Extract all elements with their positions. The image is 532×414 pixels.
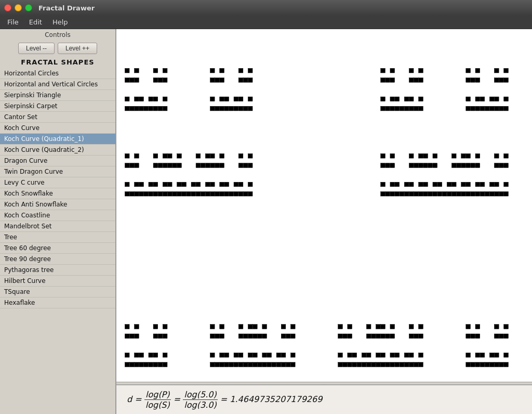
svg-rect-549 xyxy=(504,363,509,367)
svg-rect-249 xyxy=(504,191,509,196)
svg-rect-47 xyxy=(238,106,243,111)
svg-rect-72 xyxy=(153,191,158,196)
controls-label: Controls xyxy=(0,29,115,41)
shape-item-tree-60-degree[interactable]: Tree 60 degree xyxy=(0,243,115,254)
svg-rect-240 xyxy=(480,182,485,187)
svg-rect-197 xyxy=(409,191,414,196)
shape-item-koch-curve-(quadratic_2)[interactable]: Koch Curve (Quadratic_2) xyxy=(0,145,115,156)
close-button[interactable] xyxy=(4,4,11,11)
svg-rect-102 xyxy=(210,163,215,168)
shape-item-tree-90-degree[interactable]: Tree 90 degree xyxy=(0,254,115,265)
svg-rect-269 xyxy=(149,363,153,367)
svg-rect-161 xyxy=(475,97,480,101)
shape-item-koch-snowflake[interactable]: Koch Snowflake xyxy=(0,188,115,199)
svg-rect-229 xyxy=(475,163,480,168)
svg-rect-109 xyxy=(248,163,252,168)
minimize-button[interactable] xyxy=(15,4,22,11)
shape-item-horizontal-and-vertical-circles[interactable]: Horizontal and Vertical Circles xyxy=(0,79,115,90)
svg-rect-56 xyxy=(163,154,167,159)
shape-item-twin-dragon-curve[interactable]: Twin Dragon Curve xyxy=(0,166,115,177)
shape-item-pythagoras-tree[interactable]: Pythagoras tree xyxy=(0,265,115,276)
shape-list[interactable]: Horizontal CirclesHorizontal and Vertica… xyxy=(0,68,115,414)
level-plus-button[interactable]: Level ++ xyxy=(58,43,97,54)
shape-item-koch-curve[interactable]: Koch Curve xyxy=(0,123,115,134)
svg-rect-207 xyxy=(451,163,456,168)
svg-rect-160 xyxy=(466,97,471,101)
svg-rect-139 xyxy=(390,106,395,111)
svg-rect-174 xyxy=(504,106,509,111)
svg-rect-0 xyxy=(125,68,129,73)
svg-rect-196 xyxy=(419,182,423,187)
svg-rect-69 xyxy=(149,191,153,196)
svg-rect-292 xyxy=(224,363,229,367)
svg-rect-13 xyxy=(130,106,135,111)
svg-rect-544 xyxy=(489,363,494,367)
canvas-area: ... d = log(P) log(S) = log(5.0) log(3.0… xyxy=(116,29,532,414)
svg-rect-543 xyxy=(485,363,489,367)
svg-rect-401 xyxy=(348,325,352,329)
svg-rect-34 xyxy=(248,78,252,83)
shape-item-tsquare[interactable]: TSquare xyxy=(0,287,115,297)
svg-rect-279 xyxy=(220,334,224,339)
shape-item-sierpinski-triangle[interactable]: Sierpinski Triangle xyxy=(0,90,115,101)
svg-rect-415 xyxy=(352,353,357,357)
svg-rect-130 xyxy=(409,68,414,73)
menu-help[interactable]: Help xyxy=(47,17,73,27)
svg-rect-509 xyxy=(419,334,423,339)
svg-rect-540 xyxy=(480,353,485,357)
svg-rect-148 xyxy=(414,106,419,111)
fractal-display xyxy=(116,29,532,382)
svg-rect-205 xyxy=(451,154,456,159)
menu-edit[interactable]: Edit xyxy=(24,17,47,27)
svg-rect-179 xyxy=(390,163,395,168)
svg-rect-255 xyxy=(153,325,158,329)
shape-item-koch-anti-snowflake[interactable]: Koch Anti Snowflake xyxy=(0,199,115,210)
shape-item-tree[interactable]: Tree xyxy=(0,232,115,243)
shape-item-sierpinski-carpet[interactable]: Sierpinski Carpet xyxy=(0,101,115,112)
svg-rect-88 xyxy=(172,191,177,196)
svg-rect-142 xyxy=(395,106,400,111)
svg-rect-84 xyxy=(205,163,210,168)
svg-rect-85 xyxy=(167,182,172,187)
svg-rect-214 xyxy=(433,191,437,196)
maximize-button[interactable] xyxy=(25,4,32,11)
svg-rect-280 xyxy=(238,325,243,329)
svg-rect-51 xyxy=(135,154,139,159)
svg-rect-198 xyxy=(414,191,419,196)
shape-item-dragon-curve[interactable]: Dragon Curve xyxy=(0,156,115,166)
svg-rect-421 xyxy=(376,353,381,357)
shape-item-koch-curve-(quadratic_1)[interactable]: Koch Curve (Quadratic_1) xyxy=(0,134,115,145)
svg-rect-121 xyxy=(248,182,252,187)
svg-rect-44 xyxy=(234,106,238,111)
svg-rect-108 xyxy=(243,163,248,168)
shape-item-horizontal-circles[interactable]: Horizontal Circles xyxy=(0,68,115,79)
svg-rect-527 xyxy=(466,334,471,339)
svg-rect-78 xyxy=(172,163,177,168)
level-minus-button[interactable]: Level -- xyxy=(18,43,55,54)
shape-item-hexaflake[interactable]: Hexaflake xyxy=(0,297,115,308)
shape-item-mandelbrot-set[interactable]: Mandelbrot Set xyxy=(0,221,115,232)
svg-rect-520 xyxy=(409,353,414,357)
svg-rect-529 xyxy=(475,334,480,339)
svg-rect-393 xyxy=(272,363,276,367)
svg-rect-422 xyxy=(366,363,371,367)
shape-item-koch-coastline[interactable]: Koch Coastline xyxy=(0,210,115,221)
shape-item-cantor-set[interactable]: Cantor Set xyxy=(0,112,115,123)
menu-file[interactable]: File xyxy=(2,17,24,27)
svg-rect-26 xyxy=(220,68,224,73)
svg-rect-124 xyxy=(248,191,252,196)
svg-rect-6 xyxy=(163,68,167,73)
level-buttons: Level -- Level ++ xyxy=(0,41,115,56)
svg-rect-150 xyxy=(466,68,471,73)
svg-rect-397 xyxy=(281,363,286,367)
svg-rect-208 xyxy=(457,163,461,168)
shape-item-hilbert-curve[interactable]: Hilbert Curve xyxy=(0,276,115,287)
svg-rect-22 xyxy=(153,106,158,111)
shape-item-levy-c-curve[interactable]: Levy C curve xyxy=(0,177,115,188)
svg-rect-71 xyxy=(163,182,167,187)
svg-rect-394 xyxy=(276,363,281,367)
svg-rect-262 xyxy=(125,363,129,367)
svg-rect-518 xyxy=(400,363,404,367)
svg-rect-221 xyxy=(461,182,466,187)
svg-rect-37 xyxy=(210,106,215,111)
